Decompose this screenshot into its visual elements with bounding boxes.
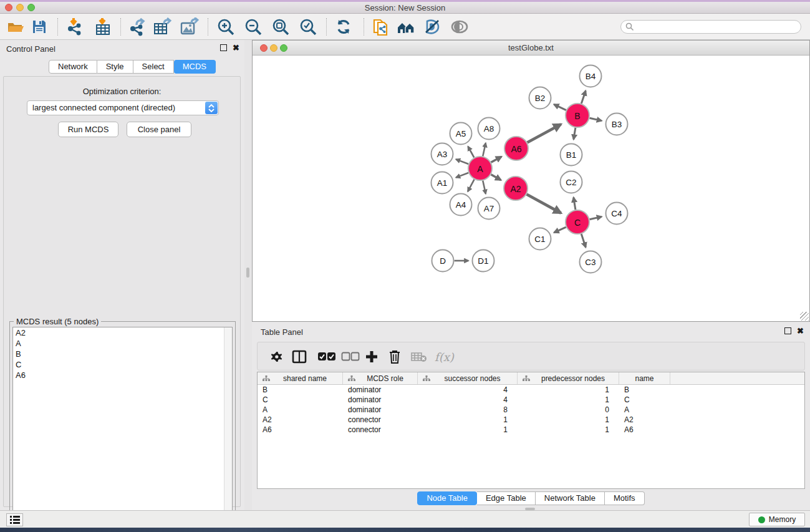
table-cell[interactable]: A6 — [619, 425, 670, 434]
tab-edge-table[interactable]: Edge Table — [477, 491, 536, 505]
import-network-icon[interactable] — [65, 17, 84, 36]
delete-table-icon[interactable] — [411, 347, 427, 366]
close-panel-icon[interactable]: ✖ — [797, 327, 804, 334]
table-cell[interactable]: 0 — [518, 405, 619, 414]
node-table[interactable]: shared nameMCDS rolesuccessor nodesprede… — [257, 372, 805, 489]
table-cell[interactable]: dominator — [343, 405, 418, 414]
mcds-result-item[interactable]: B — [13, 349, 232, 359]
save-session-icon[interactable] — [30, 17, 49, 36]
table-cell[interactable]: 4 — [418, 385, 518, 394]
graph-edge-A-A7[interactable] — [483, 181, 486, 194]
table-cell[interactable]: 1 — [518, 415, 619, 424]
column-header-successor-nodes[interactable]: successor nodes — [418, 372, 518, 384]
graph-edge-A-A8[interactable] — [483, 143, 486, 156]
table-row[interactable]: Adominator80A — [258, 405, 804, 415]
graph-edge-C-C4[interactable] — [590, 216, 602, 219]
clone-network-icon[interactable] — [372, 17, 390, 36]
graph-edge-B-B2[interactable] — [554, 104, 566, 110]
run-mcds-button[interactable]: Run MCDS — [58, 122, 118, 137]
zoom-window-icon[interactable] — [27, 4, 35, 11]
graph-edge-A2-C[interactable] — [527, 195, 561, 213]
splitter-grip[interactable] — [246, 268, 249, 278]
show-all-icon[interactable] — [450, 17, 469, 36]
mcds-result-item[interactable]: A2 — [13, 327, 232, 338]
close-panel-button[interactable]: Close panel — [127, 122, 191, 137]
table-cell[interactable]: A2 — [619, 415, 670, 424]
columns-icon[interactable] — [292, 347, 307, 366]
table-cell[interactable]: dominator — [343, 395, 418, 404]
import-table-icon[interactable] — [94, 17, 112, 36]
table-cell[interactable]: dominator — [343, 385, 418, 394]
table-cell[interactable]: 8 — [418, 405, 518, 414]
table-cell[interactable]: 1 — [418, 425, 518, 434]
graph-edge-A-A2[interactable] — [491, 175, 501, 180]
zoom-out-icon[interactable] — [244, 17, 263, 36]
column-header-shared-name[interactable]: shared name — [258, 372, 343, 384]
table-cell[interactable]: 1 — [518, 395, 619, 404]
table-row[interactable]: Cdominator41C — [258, 395, 804, 405]
table-cell[interactable]: 1 — [418, 415, 518, 424]
minimize-window-icon[interactable] — [270, 44, 277, 52]
table-cell[interactable]: A6 — [258, 425, 343, 434]
float-panel-icon[interactable] — [220, 44, 227, 51]
hide-selected-icon[interactable] — [423, 17, 441, 36]
function-builder-icon[interactable]: f(x) — [435, 347, 454, 366]
column-header-MCDS-role[interactable]: MCDS role — [343, 372, 418, 384]
mcds-result-item[interactable]: C — [13, 359, 232, 370]
zoom-in-icon[interactable] — [216, 17, 235, 36]
close-panel-icon[interactable]: ✖ — [233, 44, 239, 51]
tab-network[interactable]: Network — [49, 60, 97, 74]
column-header-name[interactable]: name — [619, 372, 670, 384]
graph-edge-C-C2[interactable] — [574, 197, 576, 210]
graph-edge-A-A4[interactable] — [468, 180, 474, 191]
zoom-selected-icon[interactable] — [299, 17, 317, 36]
graph-edge-A-A6[interactable] — [491, 157, 502, 162]
mcds-result-item[interactable]: A — [13, 338, 232, 349]
close-window-icon[interactable] — [260, 44, 268, 52]
first-neighbors-icon[interactable] — [397, 17, 415, 36]
select-all-icon[interactable] — [317, 347, 336, 366]
export-network-icon[interactable] — [127, 17, 146, 36]
mcds-result-list[interactable]: A2ABCA6 — [12, 327, 233, 530]
tab-select[interactable]: Select — [133, 60, 174, 74]
table-row[interactable]: A2connector11A2 — [258, 415, 804, 425]
tab-motifs[interactable]: Motifs — [605, 491, 645, 505]
graph-edge-C-C1[interactable] — [554, 227, 566, 233]
table-cell[interactable]: 4 — [418, 395, 518, 404]
table-cell[interactable]: 1 — [518, 385, 619, 394]
table-cell[interactable]: C — [619, 395, 670, 404]
tab-node-table[interactable]: Node Table — [417, 491, 477, 505]
table-cell[interactable]: C — [258, 395, 343, 404]
table-cell[interactable]: A — [258, 405, 343, 414]
search-input[interactable] — [620, 20, 801, 34]
table-row[interactable]: Bdominator41B — [258, 385, 804, 395]
graph-edge-B-B4[interactable] — [581, 90, 586, 104]
panel-splitter[interactable] — [244, 40, 252, 510]
network-canvas[interactable]: B4B2BB3A8A5A6A3B1AC2A1A2A4A7C4CC1DD1C3 — [253, 56, 809, 321]
minimize-window-icon[interactable] — [16, 4, 24, 11]
network-graph[interactable]: B4B2BB3A8A5A6A3B1AC2A1A2A4A7C4CC1DD1C3 — [253, 56, 809, 321]
table-cell[interactable]: A2 — [258, 415, 343, 424]
table-cell[interactable]: B — [258, 385, 343, 394]
table-cell[interactable]: B — [619, 385, 670, 394]
gear-icon[interactable] — [269, 347, 284, 366]
tab-style[interactable]: Style — [97, 60, 133, 74]
add-column-icon[interactable] — [365, 347, 378, 366]
export-table-icon[interactable] — [153, 17, 172, 36]
optimization-criterion-select[interactable]: largest connected component (directed) — [27, 100, 219, 115]
graph-edge-A-A1[interactable] — [456, 173, 468, 178]
graph-edge-C-C3[interactable] — [581, 234, 586, 248]
table-cell[interactable]: A — [619, 405, 670, 414]
mcds-result-item[interactable]: A6 — [13, 370, 232, 380]
zoom-fit-icon[interactable] — [271, 17, 290, 36]
zoom-window-icon[interactable] — [280, 44, 287, 52]
float-panel-icon[interactable] — [784, 327, 791, 334]
deselect-all-icon[interactable] — [341, 347, 360, 366]
memory-button[interactable]: Memory — [749, 513, 805, 526]
column-header-predecessor-nodes[interactable]: predecessor nodes — [518, 372, 619, 384]
resize-grip-icon[interactable] — [800, 312, 809, 321]
tab-network-table[interactable]: Network Table — [536, 491, 605, 505]
refresh-icon[interactable] — [334, 17, 353, 36]
table-cell[interactable]: connector — [343, 425, 418, 434]
close-window-icon[interactable] — [5, 4, 12, 11]
